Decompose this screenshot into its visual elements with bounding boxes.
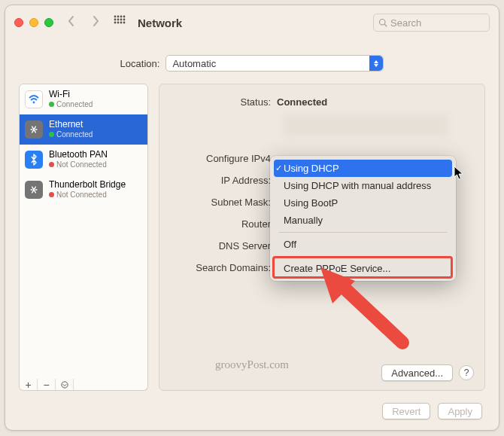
svg-point-14	[33, 102, 35, 104]
window-toolbar: Network Search	[5, 5, 499, 40]
menu-item-off[interactable]: Off	[270, 236, 456, 253]
svg-point-4	[114, 19, 117, 21]
chevron-updown-icon	[369, 56, 383, 71]
footer-buttons: Revert Apply	[382, 403, 482, 419]
wifi-icon	[25, 90, 43, 108]
mouse-cursor-icon	[454, 166, 464, 181]
configure-ipv4-label: Configure IPv4	[172, 153, 277, 164]
search-input[interactable]: Search	[373, 14, 490, 32]
all-prefs-icon[interactable]	[114, 15, 126, 30]
location-label: Location:	[120, 58, 160, 69]
location-row: Location: Automatic	[5, 55, 499, 72]
sidebar-item-bluetooth[interactable]: Bluetooth PANNot Connected	[20, 145, 147, 175]
menu-item-dhcp[interactable]: Using DHCP	[274, 160, 452, 177]
forward-button[interactable]	[91, 15, 100, 30]
watermark: groovyPost.com	[215, 358, 289, 371]
menu-item-manually[interactable]: Manually	[270, 212, 456, 229]
sidebar-item-ethernet[interactable]: EthernetConnected	[20, 114, 147, 145]
sidebar-item-label: Bluetooth PAN	[49, 150, 108, 160]
status-dot-icon	[49, 132, 54, 137]
service-actions-button[interactable]	[56, 379, 74, 390]
sidebar-item-label: Ethernet	[49, 120, 93, 130]
close-icon[interactable]	[14, 18, 23, 27]
menu-item-pppoe[interactable]: Create PPPoE Service...	[270, 260, 456, 277]
services-list: Wi-FiConnected EthernetConnected Bluetoo…	[19, 84, 148, 379]
svg-point-5	[117, 19, 120, 21]
sidebar-item-label: Thunderbolt Bridge	[49, 180, 126, 191]
zoom-icon[interactable]	[44, 18, 53, 27]
svg-point-0	[114, 16, 117, 18]
svg-point-10	[120, 22, 123, 24]
svg-line-13	[384, 24, 387, 26]
svg-point-7	[123, 19, 126, 21]
revert-button[interactable]: Revert	[382, 403, 430, 419]
remove-service-button[interactable]: −	[38, 379, 56, 390]
status-value: Connected	[277, 96, 327, 108]
menu-item-bootp[interactable]: Using BootP	[270, 194, 456, 212]
svg-point-11	[123, 22, 126, 24]
add-service-button[interactable]: +	[20, 379, 38, 390]
minimize-icon[interactable]	[29, 18, 38, 27]
window-title: Network	[138, 17, 182, 29]
status-dot-icon	[49, 102, 54, 107]
thunderbolt-icon	[25, 181, 43, 199]
bluetooth-icon	[25, 151, 43, 169]
sidebar-item-thunderbolt[interactable]: Thunderbolt BridgeNot Connected	[20, 175, 147, 205]
dns-server-label: DNS Server	[172, 240, 277, 252]
sidebar-toolbar: + −	[19, 374, 148, 391]
back-button[interactable]	[67, 15, 76, 30]
svg-point-1	[117, 16, 120, 18]
sidebar-item-label: Wi-Fi	[49, 90, 93, 100]
status-description-blurred	[283, 114, 448, 137]
status-label: Status:	[172, 96, 277, 108]
sidebar-item-wifi[interactable]: Wi-FiConnected	[20, 84, 147, 114]
services-sidebar: Wi-FiConnected EthernetConnected Bluetoo…	[19, 84, 148, 391]
svg-point-9	[117, 22, 120, 24]
svg-point-8	[114, 22, 117, 24]
svg-point-3	[123, 16, 126, 18]
menu-separator	[279, 232, 447, 233]
status-dot-icon	[49, 192, 54, 197]
nav-arrows	[67, 15, 100, 30]
router-label: Router	[172, 218, 277, 230]
menu-separator	[279, 256, 447, 257]
configure-ipv4-dropdown[interactable]: Using DHCP Using DHCP with manual addres…	[270, 156, 456, 281]
ethernet-icon	[25, 120, 43, 139]
search-domains-label: Search Domains:	[172, 262, 277, 273]
location-value: Automatic	[172, 58, 216, 69]
svg-point-15	[61, 381, 67, 387]
traffic-lights	[14, 18, 53, 27]
svg-point-2	[120, 16, 123, 18]
help-button[interactable]: ?	[459, 365, 474, 380]
ip-address-label: IP Address:	[172, 175, 277, 186]
search-placeholder: Search	[390, 17, 421, 29]
status-dot-icon	[49, 162, 54, 167]
svg-point-12	[380, 20, 386, 26]
location-select[interactable]: Automatic	[165, 55, 384, 72]
apply-button[interactable]: Apply	[438, 403, 482, 419]
advanced-button[interactable]: Advanced...	[381, 364, 453, 381]
menu-item-dhcp-manual[interactable]: Using DHCP with manual address	[270, 177, 456, 194]
svg-point-6	[120, 19, 123, 21]
subnet-mask-label: Subnet Mask:	[172, 197, 277, 208]
